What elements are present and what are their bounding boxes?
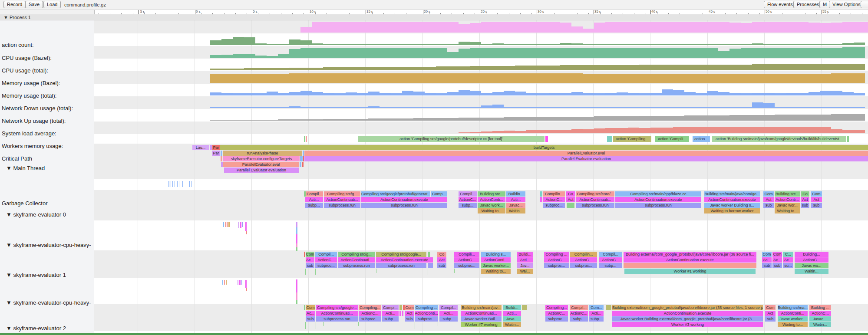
trace-span[interactable]: Waiting to borrow worker <box>704 208 760 213</box>
trace-span[interactable]: Compil... <box>459 191 477 197</box>
trace-span[interactable]: ActionContinuation.execute <box>361 197 447 202</box>
trace-span[interactable]: Waitin... <box>809 322 831 327</box>
trace-span[interactable]: sub <box>762 263 772 268</box>
trace-span[interactable]: sub <box>772 263 782 268</box>
trace-span[interactable]: Act <box>437 257 446 263</box>
trace-span[interactable]: Building ... <box>809 305 831 310</box>
trace-span[interactable]: Compil... <box>306 191 323 197</box>
trace-span[interactable]: ActionC... <box>543 197 565 202</box>
trace-span[interactable]: Compiling ... <box>544 252 569 257</box>
trace-span[interactable]: Building src/main/java/com/go... <box>704 191 760 197</box>
trace-span[interactable]: subprocess.run <box>324 203 360 208</box>
trace-span[interactable]: ActionContinuation.execute <box>624 257 756 263</box>
trace-span-sliver[interactable] <box>302 162 304 167</box>
trace-span[interactable]: subprocess.run <box>316 316 358 322</box>
trace-span[interactable]: Compiling src/google... <box>376 252 426 257</box>
chart-network-up-usage[interactable] <box>0 96 868 109</box>
trace-span[interactable]: Acti... <box>506 197 525 202</box>
trace-span[interactable]: Wai... <box>517 269 533 274</box>
trace-span[interactable]: subp... <box>599 263 622 268</box>
trace-span-sliver[interactable] <box>245 280 247 288</box>
trace-span[interactable]: Worker #7 working <box>461 322 502 327</box>
trace-span-sliver[interactable] <box>296 234 297 243</box>
trace-span[interactable]: sub <box>765 316 776 322</box>
trace-span-sliver[interactable] <box>223 222 224 227</box>
trace-span[interactable]: Javac worker... <box>481 263 511 268</box>
trace-span-sliver[interactable] <box>606 305 611 310</box>
record-button[interactable]: Record <box>3 1 26 8</box>
trace-span[interactable]: Java... <box>503 316 521 322</box>
trace-span-sliver[interactable] <box>567 203 574 208</box>
trace-span-sliver[interactable] <box>358 322 359 326</box>
trace-span[interactable]: ActionContinuation.execute <box>376 257 433 263</box>
trace-span-sliver[interactable] <box>303 151 304 156</box>
trace-span[interactable]: Waiting to... <box>775 208 800 213</box>
trace-span-sliver[interactable] <box>403 305 405 310</box>
trace-span[interactable]: Compiling src/g... <box>338 252 375 257</box>
trace-span[interactable]: Parallel Evaluator evaluation <box>304 156 868 161</box>
trace-span[interactable]: Waitin... <box>795 269 828 274</box>
trace-span-sliver[interactable] <box>246 231 247 234</box>
trace-span[interactable]: Javac... <box>506 203 525 208</box>
trace-span-sliver[interactable] <box>296 227 297 234</box>
trace-span[interactable]: Ac... <box>783 257 793 263</box>
trace-span-sliver[interactable] <box>182 181 183 187</box>
trace-span[interactable]: Com <box>306 252 314 257</box>
trace-span[interactable]: Waitin... <box>503 322 521 327</box>
trace-span[interactable]: Building src... <box>775 191 800 197</box>
trace-span-sliver[interactable] <box>241 280 242 285</box>
trace-span[interactable]: subprocess.run <box>338 263 375 268</box>
trace-span-sliver[interactable] <box>315 269 316 275</box>
trace-span[interactable]: Ac... <box>306 257 314 263</box>
trace-span-sliver[interactable] <box>296 247 297 251</box>
trace-span-sliver[interactable] <box>179 181 179 187</box>
trace-span[interactable]: action 'Compiling src/google/protobuf/de… <box>358 136 545 142</box>
trace-span[interactable]: Act <box>765 311 776 316</box>
trace-span-sliver[interactable] <box>305 269 306 275</box>
trace-span[interactable]: Com <box>405 305 414 310</box>
trace-span[interactable]: Building external/com_google_protobuf/ja… <box>624 252 756 257</box>
trace-span[interactable]: Ac... <box>762 257 772 263</box>
trace-span[interactable]: Waiting to... <box>478 208 505 213</box>
trace-span-sliver[interactable] <box>227 222 228 227</box>
trace-span[interactable]: action 'Compiling... <box>613 136 651 142</box>
trace-span[interactable]: Javac worker Building external/com_googl… <box>612 316 763 322</box>
view-options-button[interactable]: View Options <box>829 1 864 8</box>
trace-span[interactable]: ActionConti... <box>478 197 505 202</box>
trace-span[interactable]: subproc... <box>454 263 479 268</box>
trace-span[interactable]: sub <box>306 263 314 268</box>
trace-span[interactable]: Compil... <box>315 252 337 257</box>
trace-span-sliver[interactable] <box>304 305 305 310</box>
trace-span[interactable]: subp... <box>439 316 458 322</box>
trace-span-sliver[interactable] <box>238 222 239 228</box>
trace-span-sliver[interactable] <box>189 181 190 187</box>
trace-span-sliver[interactable] <box>428 269 428 275</box>
trace-span-sliver[interactable] <box>296 300 297 304</box>
trace-span[interactable]: C... <box>783 252 793 257</box>
trace-span[interactable]: subproc... <box>359 316 381 322</box>
trace-span[interactable]: Compiling src/g... <box>324 191 360 197</box>
trace-span-sliver[interactable] <box>305 322 306 329</box>
trace-span[interactable]: Building... <box>795 252 828 257</box>
trace-span-sliver[interactable] <box>428 263 433 268</box>
trace-span[interactable]: sub <box>306 316 315 322</box>
trace-span[interactable]: buildTargets <box>220 145 868 150</box>
trace-span[interactable]: ActionC... <box>795 257 828 263</box>
trace-span[interactable]: ActionConti... <box>481 257 511 263</box>
trace-span-sliver[interactable] <box>296 292 297 300</box>
trace-span-sliver[interactable] <box>221 156 222 161</box>
trace-span[interactable]: subproc... <box>570 263 597 268</box>
trace-span[interactable]: Parallel Evaluator evaluation <box>224 168 299 173</box>
trace-span-sliver[interactable] <box>304 252 305 257</box>
trace-span-sliver[interactable] <box>300 162 301 167</box>
track-label-skyframe-evaluator-cpu-heavy-2[interactable]: ▼ skyframe-evaluator-cpu-heavy- <box>6 299 91 306</box>
chart-workers-memory-usage[interactable] <box>0 122 868 134</box>
chart-memory-usage-bazel[interactable] <box>0 59 868 71</box>
trace-span[interactable]: Act <box>811 197 822 202</box>
trace-span[interactable]: subp... <box>382 316 399 322</box>
trace-span[interactable]: subproc... <box>415 316 438 322</box>
chart-memory-usage-total[interactable] <box>0 71 868 84</box>
trace-span[interactable]: subproc... <box>545 316 568 322</box>
trace-span[interactable]: subp... <box>570 316 588 322</box>
trace-span[interactable]: Compil... <box>599 252 622 257</box>
